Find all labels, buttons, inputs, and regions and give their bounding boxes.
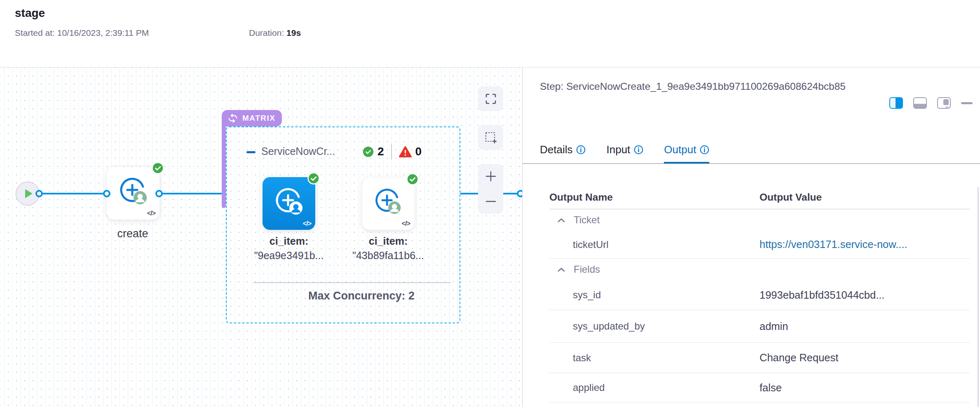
matrix-badge[interactable]: MATRIX [222,110,282,126]
step-node-create[interactable]: </> [107,167,159,220]
minimize-panel-icon[interactable] [961,102,973,104]
column-header-output-name: Output Name [549,192,760,203]
info-icon[interactable] [576,145,586,154]
tab-details[interactable]: Details [540,143,586,164]
output-name: sys_id [549,289,760,301]
group-label: Ticket [574,214,600,226]
code-icon: </> [303,220,311,227]
zoom-in-icon [485,170,497,182]
started-at-value: 10/16/2023, 2:39:11 PM [57,28,149,37]
matrix-status-counts: 2 0 [363,144,422,159]
group-row-fields[interactable]: Fields [549,259,970,280]
info-icon[interactable] [700,145,709,154]
floating-dock-inner [943,99,949,105]
failed-count: 0 [415,145,422,158]
fullscreen-icon [485,93,497,105]
step-details-panel: Step: ServiceNowCreate_1_9ea9e3491bb9711… [523,68,980,407]
pipeline-canvas[interactable]: </> create MATRIX ServiceNowCr... 2 [0,68,523,407]
output-name: task [549,352,760,364]
matrix-group[interactable]: ServiceNowCr... 2 0 < [226,126,460,323]
loop-icon [227,113,238,124]
divider [391,144,392,159]
matrix-step-2-param-name: ci_item: [339,235,438,247]
output-value: false [760,382,970,394]
collapse-icon[interactable] [246,151,256,153]
bottom-dock-view-icon[interactable] [913,97,927,109]
stage-header: stage Started at: 10/16/2023, 2:39:11 PM… [0,0,980,68]
floating-dock-bar [945,107,949,108]
fullscreen-button[interactable] [478,86,503,111]
table-row: ticketUrl https://ven03171.service-now..… [549,231,970,259]
floating-dock-view-icon[interactable] [937,97,951,109]
tab-input[interactable]: Input [606,143,643,164]
started-at-label: Started at: [15,28,57,37]
tab-details-label: Details [540,143,572,156]
table-row: sys_id 1993ebaf1bfd351044cbd... [549,280,970,310]
panel-scrollbar[interactable] [978,187,979,407]
servicenow-create-icon [117,175,149,206]
split-right-view-icon[interactable] [889,97,903,109]
column-header-output-value: Output Value [760,192,970,203]
servicenow-create-icon [273,185,305,217]
marquee-select-button[interactable] [478,125,503,150]
success-check-icon [307,172,320,185]
matrix-step-1-param-name: ci_item: [239,235,338,247]
output-name: sys_updated_by [549,320,760,332]
page-title: stage [15,7,45,20]
edge-connector [155,190,163,197]
zoom-in-button[interactable] [478,164,503,189]
max-concurrency-label: Max Concurrency: 2 [263,290,460,302]
edge-connector [517,190,523,197]
duration: Duration: 19s [249,28,301,38]
table-row: task Change Request [549,343,970,373]
started-at: Started at: 10/16/2023, 2:39:11 PM [15,28,149,38]
servicenow-create-icon [373,186,403,216]
marquee-select-icon [485,131,497,144]
tab-input-label: Input [606,143,630,156]
matrix-step-2-param-value: "43b89fa11b6... [339,250,438,262]
success-check-icon [406,173,419,185]
zoom-out-icon [485,195,497,208]
step-label-create: create [91,227,174,240]
output-value-link[interactable]: https://ven03171.service-now.... [760,239,970,250]
step-heading: Step: ServiceNowCreate_1_9ea9e3491bb9711… [540,79,867,94]
output-value: admin [760,320,970,332]
matrix-step-node-2[interactable]: </> [362,178,414,230]
warning-triangle-icon [399,146,412,158]
output-value: Change Request [760,352,970,364]
panel-tabs: Details Input Output [540,143,709,164]
table-header-row: Output Name Output Value [549,185,970,209]
matrix-step-node-1[interactable]: </> [263,177,315,230]
step-heading-name: ServiceNowCreate_1_9ea9e3491bb971100269a… [566,81,846,92]
group-row-ticket[interactable]: Ticket [549,209,970,231]
code-icon: </> [147,210,155,217]
step-heading-label: Step: [540,81,566,92]
tab-output[interactable]: Output [664,143,709,164]
zoom-out-button[interactable] [478,189,503,214]
output-name: ticketUrl [549,239,760,250]
duration-value: 19s [286,28,301,37]
edge-connector [35,190,43,197]
success-check-icon [363,146,374,157]
output-value: 1993ebaf1bfd351044cbd... [760,289,970,301]
table-row: sys_updated_by admin [549,310,970,343]
info-icon[interactable] [634,145,643,154]
tab-output-label: Output [664,143,696,156]
output-table: Output Name Output Value Ticket ticketUr… [549,185,970,402]
output-name: applied [549,382,760,393]
chevron-up-icon [557,267,565,272]
matrix-step-1-param-value: "9ea9e3491b... [239,250,338,262]
matrix-badge-label: MATRIX [242,114,275,123]
code-icon: </> [402,220,410,227]
matrix-stripe [222,126,226,208]
zoom-control [478,164,503,214]
duration-label: Duration: [249,28,286,37]
matrix-group-title: ServiceNowCr... [261,145,335,157]
edge-connector [103,190,110,197]
success-check-icon [152,162,164,174]
divider [253,282,451,283]
table-row: applied false [549,373,970,402]
play-icon [25,189,33,198]
group-label: Fields [574,264,600,275]
chevron-up-icon [557,218,565,223]
